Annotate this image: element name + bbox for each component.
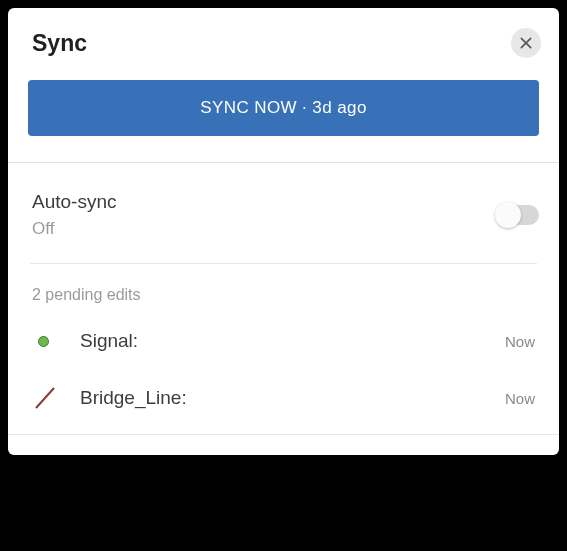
auto-sync-toggle[interactable] xyxy=(497,205,539,225)
list-item-time: Now xyxy=(505,333,535,350)
list-item[interactable]: Bridge_Line: Now xyxy=(8,368,559,428)
list-item-left: Signal: xyxy=(32,330,138,352)
divider xyxy=(8,434,559,435)
toggle-knob xyxy=(495,202,521,228)
auto-sync-text: Auto-sync Off xyxy=(32,191,116,239)
auto-sync-label: Auto-sync xyxy=(32,191,116,213)
point-icon xyxy=(32,336,80,347)
close-icon xyxy=(518,35,534,51)
page-title: Sync xyxy=(32,30,87,57)
panel-header: Sync xyxy=(8,8,559,58)
svg-line-0 xyxy=(36,388,54,408)
sync-now-button[interactable]: SYNC NOW · 3d ago xyxy=(28,80,539,136)
close-button[interactable] xyxy=(511,28,541,58)
sync-now-label: SYNC NOW · 3d ago xyxy=(200,98,366,118)
list-item-left: Bridge_Line: xyxy=(32,384,187,412)
sync-panel: Sync SYNC NOW · 3d ago Auto-sync Off 2 p… xyxy=(8,8,559,455)
list-item-name: Signal: xyxy=(80,330,138,352)
line-icon xyxy=(32,384,80,412)
divider xyxy=(8,162,559,163)
auto-sync-status: Off xyxy=(32,219,116,239)
auto-sync-row: Auto-sync Off xyxy=(8,167,559,263)
list-item-name: Bridge_Line: xyxy=(80,387,187,409)
pending-edits-heading: 2 pending edits xyxy=(8,264,559,314)
list-item[interactable]: Signal: Now xyxy=(8,314,559,368)
sync-button-container: SYNC NOW · 3d ago xyxy=(8,58,559,162)
list-item-time: Now xyxy=(505,390,535,407)
